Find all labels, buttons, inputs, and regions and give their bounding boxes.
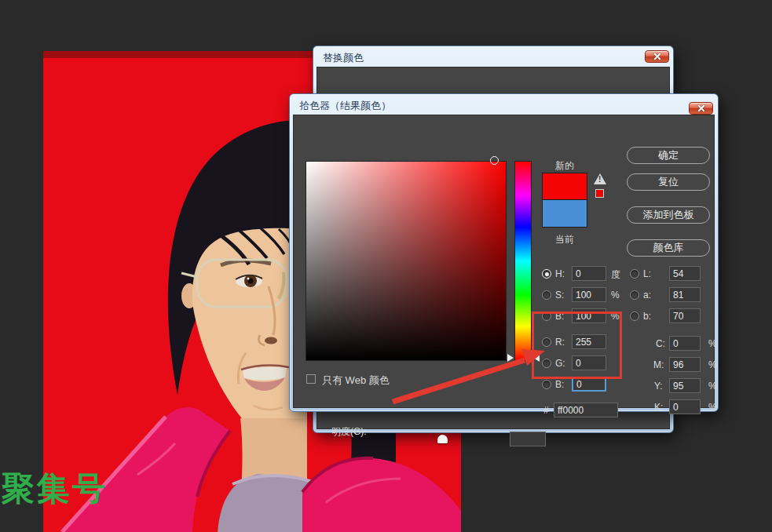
m-input[interactable] — [669, 357, 701, 372]
saturation-brightness-field[interactable] — [306, 161, 507, 361]
watermark-text: 聚集号 — [2, 472, 108, 505]
color-field-marker[interactable] — [490, 156, 499, 165]
radio-a[interactable] — [630, 290, 639, 300]
color-picker-dialog: 拾色器（结果颜色） 只有 Web 颜色 新的 当前 确定 复位 添加到色板 颜色… — [289, 93, 719, 412]
lightness-input[interactable] — [510, 432, 546, 446]
b-lab-input[interactable] — [669, 308, 701, 323]
s-input[interactable] — [572, 287, 606, 302]
l-input[interactable] — [669, 266, 701, 281]
page-root: 替换颜色 + - 颜色: 确定 明度(G): — [0, 0, 772, 532]
new-color-swatch — [542, 173, 587, 200]
lightness-label: 明度(G): — [331, 425, 367, 439]
web-colors-label: 只有 Web 颜色 — [322, 373, 390, 388]
hue-slider[interactable] — [514, 161, 532, 361]
picker-dialog-title: 拾色器（结果颜色） — [299, 99, 391, 113]
h-input[interactable] — [572, 266, 606, 281]
web-colors-checkbox[interactable] — [306, 374, 316, 384]
picker-dialog-body: 只有 Web 颜色 新的 当前 确定 复位 添加到色板 颜色库 H: 度 S: … — [293, 115, 715, 408]
radio-l[interactable] — [630, 269, 639, 279]
k-input[interactable] — [669, 399, 701, 414]
c-input[interactable] — [669, 336, 701, 351]
radio-b2[interactable] — [542, 380, 551, 389]
gamut-swatch[interactable] — [595, 189, 604, 198]
picker-ok-button[interactable]: 确定 — [627, 147, 710, 164]
a-input[interactable] — [669, 287, 701, 302]
y-input[interactable] — [669, 378, 701, 393]
gamut-warning-icon[interactable] — [594, 173, 606, 184]
radio-s[interactable] — [542, 290, 551, 300]
lightness-slider-knob[interactable] — [437, 435, 448, 443]
new-color-label: 新的 — [542, 159, 587, 173]
radio-h[interactable] — [542, 269, 551, 279]
hex-label: # — [543, 405, 549, 416]
current-color-label: 当前 — [542, 233, 587, 246]
replace-dialog-title: 替换颜色 — [323, 51, 364, 65]
color-libraries-button[interactable]: 颜色库 — [627, 239, 710, 257]
current-color-swatch — [542, 200, 587, 228]
replace-close-button[interactable] — [645, 50, 669, 63]
picker-close-button[interactable] — [689, 102, 713, 115]
annotation-rectangle — [532, 312, 622, 379]
hue-marker-left[interactable] — [507, 354, 514, 362]
add-to-swatches-button[interactable]: 添加到色板 — [627, 206, 710, 224]
radio-b-lab[interactable] — [630, 312, 639, 321]
eye — [236, 275, 262, 288]
picker-reset-button[interactable]: 复位 — [627, 173, 710, 191]
hex-input[interactable] — [554, 403, 618, 417]
